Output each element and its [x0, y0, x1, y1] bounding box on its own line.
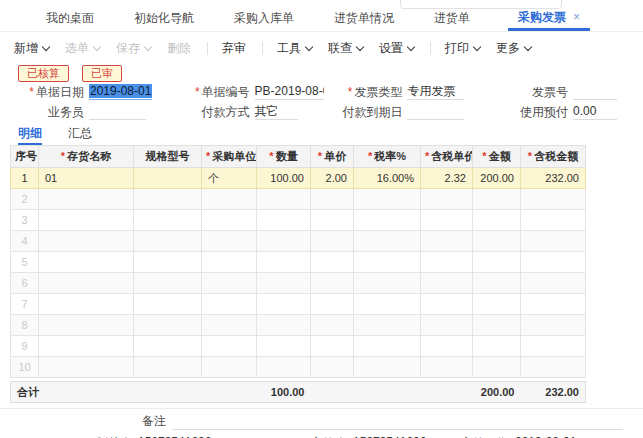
grid-cell[interactable] [354, 252, 421, 273]
grid-cell[interactable] [134, 357, 202, 378]
grid-cell[interactable] [311, 357, 354, 378]
grid-cell[interactable] [257, 273, 311, 294]
grid-cell[interactable] [311, 273, 354, 294]
grid-cell[interactable] [473, 336, 521, 357]
grid-cell[interactable] [257, 231, 311, 252]
toolbar-button-11[interactable]: 打印 [445, 40, 480, 57]
grid-cell[interactable] [421, 336, 473, 357]
grid-cell[interactable] [473, 357, 521, 378]
grid-cell[interactable] [257, 357, 311, 378]
grid-cell[interactable] [39, 252, 134, 273]
grid-cell[interactable] [311, 294, 354, 315]
grid-cell[interactable] [311, 315, 354, 336]
detail-tab-1[interactable]: 汇总 [68, 125, 92, 145]
form-field-value[interactable]: PB-2019-08-0001 [255, 84, 325, 100]
grid-cell[interactable] [134, 294, 202, 315]
grid-cell[interactable] [421, 273, 473, 294]
grid-cell[interactable]: 2.00 [311, 168, 354, 189]
grid-cell[interactable] [521, 336, 586, 357]
grid-cell[interactable] [39, 210, 134, 231]
window-tab-5[interactable]: 采购发票× [508, 6, 590, 31]
grid-cell[interactable]: 1 [11, 168, 39, 189]
grid-cell[interactable] [39, 231, 134, 252]
grid-cell[interactable] [202, 336, 257, 357]
grid-cell[interactable] [134, 252, 202, 273]
grid-cell[interactable] [354, 315, 421, 336]
grid-cell[interactable] [39, 273, 134, 294]
grid-cell[interactable] [354, 231, 421, 252]
grid-cell[interactable] [521, 315, 586, 336]
grid-cell[interactable] [257, 336, 311, 357]
grid-cell[interactable] [521, 357, 586, 378]
grid-cell[interactable] [257, 210, 311, 231]
grid-cell[interactable] [473, 315, 521, 336]
grid-cell[interactable] [202, 252, 257, 273]
grid-cell[interactable] [134, 189, 202, 210]
window-tab-2[interactable]: 采购入库单 [232, 7, 296, 31]
grid-cell[interactable] [311, 189, 354, 210]
form-field-value[interactable]: 0.00 [573, 104, 617, 120]
grid-cell[interactable]: 16.00% [354, 168, 421, 189]
grid-cell[interactable] [421, 315, 473, 336]
grid-cell[interactable] [354, 357, 421, 378]
form-field-value[interactable]: 其它 [255, 104, 299, 120]
grid-cell[interactable] [134, 336, 202, 357]
toolbar-button-9[interactable]: 设置 [379, 40, 414, 57]
grid-cell[interactable] [354, 189, 421, 210]
grid-cell[interactable] [354, 294, 421, 315]
grid-cell[interactable] [421, 210, 473, 231]
grid-cell[interactable] [39, 189, 134, 210]
form-field-value[interactable] [573, 84, 617, 100]
form-field-value[interactable]: 专用发票 [407, 84, 464, 100]
grid-cell[interactable] [311, 336, 354, 357]
grid-cell[interactable] [39, 315, 134, 336]
grid-cell[interactable] [202, 210, 257, 231]
grid-cell[interactable]: 个 [202, 168, 257, 189]
grid-cell[interactable] [354, 210, 421, 231]
grid-cell[interactable] [473, 252, 521, 273]
grid-cell[interactable] [354, 336, 421, 357]
toolbar-button-7[interactable]: 工具 [277, 40, 312, 57]
grid-cell[interactable] [202, 189, 257, 210]
grid-cell[interactable] [202, 357, 257, 378]
grid-cell[interactable]: 01 [39, 168, 134, 189]
grid-cell[interactable] [39, 336, 134, 357]
grid-cell[interactable] [473, 294, 521, 315]
detail-tab-0[interactable]: 明细 [18, 125, 42, 145]
grid-cell[interactable] [202, 231, 257, 252]
grid-cell[interactable] [257, 189, 311, 210]
grid-cell[interactable] [521, 252, 586, 273]
grid-cell[interactable] [521, 273, 586, 294]
grid-cell[interactable] [202, 273, 257, 294]
grid-cell[interactable] [521, 210, 586, 231]
grid-cell[interactable] [421, 252, 473, 273]
grid-cell[interactable] [257, 294, 311, 315]
grid-cell[interactable] [202, 294, 257, 315]
grid-cell[interactable] [521, 231, 586, 252]
grid-cell[interactable] [473, 189, 521, 210]
grid-cell[interactable] [421, 189, 473, 210]
grid-cell[interactable]: 232.00 [521, 168, 586, 189]
grid-cell[interactable] [39, 294, 134, 315]
grid-cell[interactable] [354, 273, 421, 294]
grid-cell[interactable] [521, 294, 586, 315]
close-tab-icon[interactable]: × [573, 10, 580, 24]
toolbar-button-12[interactable]: 更多 [496, 40, 531, 57]
grid-cell[interactable] [39, 357, 134, 378]
grid-cell[interactable] [257, 252, 311, 273]
grid-cell[interactable] [134, 315, 202, 336]
window-tab-3[interactable]: 进货单情况 [332, 7, 396, 31]
grid-cell[interactable]: 200.00 [473, 168, 521, 189]
grid-cell[interactable]: 2.32 [421, 168, 473, 189]
grid-cell[interactable] [473, 273, 521, 294]
grid-cell[interactable] [202, 315, 257, 336]
grid-cell[interactable] [311, 231, 354, 252]
form-field-value[interactable]: 2019-08-01 [89, 84, 152, 100]
grid-cell[interactable] [257, 315, 311, 336]
window-tab-0[interactable]: 我的桌面 [44, 7, 96, 31]
grid-cell[interactable] [521, 189, 586, 210]
grid-cell[interactable] [421, 357, 473, 378]
grid-cell[interactable] [473, 210, 521, 231]
window-tab-4[interactable]: 进货单 [432, 7, 472, 31]
grid-cell[interactable] [134, 273, 202, 294]
